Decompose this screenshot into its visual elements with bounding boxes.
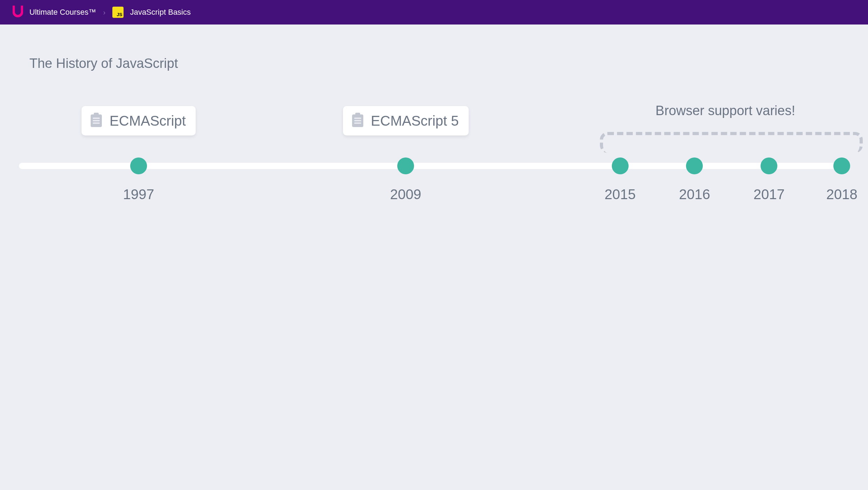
course-title[interactable]: JavaScript Basics — [130, 8, 191, 17]
timeline-dot — [612, 158, 629, 174]
timeline-annotation: Browser support varies! — [656, 103, 795, 118]
svg-rect-7 — [354, 118, 361, 119]
clipboard-icon — [351, 112, 365, 129]
header-bar: Ultimate Courses™ › JS JavaScript Basics — [0, 0, 868, 24]
timeline-year-label: 2009 — [390, 187, 421, 202]
clipboard-icon — [89, 112, 103, 129]
timeline-dot — [130, 158, 147, 174]
page-title: The History of JavaScript — [29, 56, 839, 71]
js-badge-icon: JS — [112, 7, 124, 18]
timeline-group-box — [600, 132, 863, 153]
content-area: The History of JavaScript 1997ECMAScript… — [0, 24, 868, 243]
timeline-year-label: 1997 — [123, 187, 154, 202]
timeline-card: ECMAScript — [82, 106, 196, 135]
svg-rect-9 — [354, 122, 361, 124]
svg-rect-1 — [94, 113, 99, 116]
chevron-right-icon: › — [103, 8, 106, 16]
svg-rect-6 — [355, 113, 360, 116]
timeline-dot — [686, 158, 703, 174]
svg-rect-2 — [93, 118, 100, 119]
timeline-card: ECMAScript 5 — [343, 106, 469, 135]
timeline-dot — [761, 158, 777, 174]
timeline-year-label: 2017 — [754, 187, 785, 202]
svg-rect-4 — [93, 122, 100, 124]
timeline-year-label: 2016 — [679, 187, 710, 202]
timeline-card-label: ECMAScript — [110, 113, 186, 129]
timeline-year-label: 2015 — [604, 187, 636, 202]
timeline-year-label: 2018 — [826, 187, 858, 202]
svg-rect-8 — [354, 120, 361, 121]
brand-name[interactable]: Ultimate Courses™ — [29, 8, 96, 17]
timeline-dot — [397, 158, 414, 174]
logo-icon — [13, 6, 23, 19]
timeline-dot — [833, 158, 850, 174]
svg-rect-3 — [93, 120, 100, 121]
timeline-card-label: ECMAScript 5 — [371, 113, 459, 129]
timeline: 1997ECMAScript2009ECMAScript 52015201620… — [29, 124, 839, 229]
